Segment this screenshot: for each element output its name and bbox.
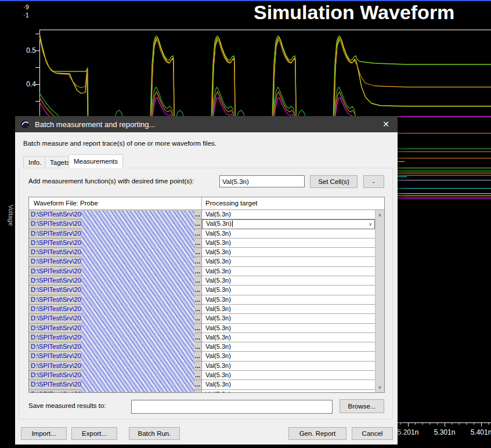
processing-target-cell[interactable]: Val(5.3n) xyxy=(202,210,375,219)
processing-target-cell[interactable]: Val(5.3n) xyxy=(202,324,375,333)
processing-target-cell[interactable]: Val(5.3n) xyxy=(202,314,375,323)
set-cells-button[interactable]: Set Cell(s) xyxy=(310,175,358,188)
low-green-trace xyxy=(39,87,356,119)
ellipsis-button[interactable]: ... xyxy=(195,314,200,323)
processing-target-cell[interactable]: Val(5.3n) xyxy=(202,390,375,392)
processing-target-cell[interactable]: Val(5.3n) xyxy=(202,333,375,342)
corner-label-1: ·9 xyxy=(23,3,29,10)
ellipsis-button[interactable]: ... xyxy=(195,295,200,304)
ellipsis-button[interactable]: ... xyxy=(195,219,200,228)
x-tick-5-401n: 5.401n xyxy=(467,428,491,436)
processing-target-cell[interactable]: Val(5.3n) xyxy=(202,248,375,257)
processing-target-editing-value: Val(5.3n) xyxy=(206,220,232,227)
dialog-title: Batch measurement and reporting... xyxy=(35,120,380,129)
ellipsis-button[interactable]: ... xyxy=(195,371,200,380)
measurement-function-input[interactable] xyxy=(219,175,305,187)
table-header: Waveform File: Probe Processing target xyxy=(29,197,384,210)
scroll-down-icon[interactable]: ∨ xyxy=(376,382,384,392)
ellipsis-button[interactable]: ... xyxy=(195,324,200,333)
tab-info[interactable]: Info. xyxy=(23,156,46,168)
column-divider[interactable] xyxy=(201,197,202,209)
y-axis-label: Voltage xyxy=(6,198,15,233)
y-tick-0-5: 0.5 xyxy=(22,46,36,55)
page-title: Simulation Waveform xyxy=(254,1,454,24)
header-processing-target: Processing target xyxy=(205,200,258,207)
processing-target-cell[interactable]: Val(5.3n) xyxy=(202,257,375,266)
redacted-path-overlay xyxy=(81,211,194,392)
processing-target-cell[interactable]: Val(5.3n) xyxy=(202,371,375,380)
x-tick-5-301n: 5.301n xyxy=(431,428,458,436)
header-waveform-file: Waveform File: Probe xyxy=(34,200,98,207)
dialog-app-icon xyxy=(20,120,30,129)
import-button[interactable]: Import... xyxy=(21,427,67,440)
ellipsis-button[interactable]: ... xyxy=(195,248,200,256)
ellipsis-button[interactable]: ... xyxy=(195,239,200,247)
export-button[interactable]: Export... xyxy=(71,427,117,440)
processing-target-cell[interactable]: Val(5.3n) xyxy=(202,352,375,361)
processing-target-cell[interactable]: Val(5.3n) xyxy=(202,229,375,239)
ellipsis-button[interactable]: ... xyxy=(195,257,200,266)
processing-target-cell[interactable]: Val(5.3n) xyxy=(202,362,375,371)
ellipsis-button[interactable]: ... xyxy=(195,305,200,313)
gen-report-button[interactable]: Gen. Report xyxy=(288,427,346,440)
measurements-table: Waveform File: Probe Processing target D… xyxy=(28,197,385,393)
dialog-titlebar[interactable]: Batch measurement and reporting... ✕ xyxy=(15,116,398,132)
minus-button[interactable]: - xyxy=(363,175,384,188)
corner-label-2: ·1 xyxy=(23,12,29,19)
batch-run-button[interactable]: Batch Run. xyxy=(129,427,180,440)
ellipsis-button[interactable]: ... xyxy=(195,352,200,360)
ellipsis-button[interactable]: ... xyxy=(195,229,200,238)
batch-measurement-dialog: Batch measurement and reporting... ✕ Bat… xyxy=(15,116,398,445)
processing-target-cell[interactable]: Val(5.3n) xyxy=(202,295,375,305)
ellipsis-button[interactable]: ... xyxy=(195,276,200,285)
ellipsis-button[interactable]: ... xyxy=(195,267,200,276)
processing-target-cell[interactable]: Val(5.3n) xyxy=(202,276,375,286)
pulse-orange-trace xyxy=(39,37,491,119)
cancel-button[interactable]: Cancel xyxy=(352,427,393,440)
measurements-tab-panel: Add measurement function(s) with desired… xyxy=(19,168,393,420)
x-tick-5-201n: 5.201n xyxy=(394,428,422,436)
add-measurement-label: Add measurement function(s) with desired… xyxy=(28,178,194,185)
browse-button[interactable]: Browse... xyxy=(340,399,384,413)
save-results-label: Save measured results to: xyxy=(28,402,106,409)
close-icon[interactable]: ✕ xyxy=(380,120,392,129)
combo-dropdown-icon[interactable]: ∨ xyxy=(369,221,372,228)
processing-target-cell[interactable]: Val(5.3n)∨ xyxy=(202,219,375,229)
processing-target-cell[interactable]: Val(5.3n) xyxy=(202,267,375,276)
y-tick-0-4: 0.4 xyxy=(22,80,36,88)
ellipsis-button[interactable]: ... xyxy=(195,390,200,392)
ellipsis-button[interactable]: ... xyxy=(195,342,200,351)
dialog-subtitle: Batch measure and report trace(s) of one… xyxy=(23,140,216,147)
processing-target-cell[interactable]: Val(5.3n) xyxy=(202,239,375,248)
ellipsis-button[interactable]: ... xyxy=(195,380,200,389)
processing-target-cell[interactable]: Val(5.3n) xyxy=(202,342,375,352)
ellipsis-button[interactable]: ... xyxy=(195,210,200,219)
text-caret xyxy=(232,221,233,227)
ellipsis-button[interactable]: ... xyxy=(195,333,200,342)
ellipsis-button[interactable]: ... xyxy=(195,362,200,370)
ellipsis-button[interactable]: ... xyxy=(195,286,200,294)
processing-target-cell[interactable]: Val(5.3n) xyxy=(202,380,375,389)
processing-target-cell[interactable]: Val(5.3n) xyxy=(202,286,375,295)
tab-measurements[interactable]: Measurements xyxy=(68,154,123,168)
processing-target-cell[interactable]: Val(5.3n) xyxy=(202,305,375,314)
scroll-up-icon[interactable]: ∧ xyxy=(376,210,384,220)
table-scrollbar[interactable]: ∧ ∨ xyxy=(375,210,384,392)
pulse-yellow-trace xyxy=(39,35,491,119)
save-results-input[interactable] xyxy=(131,400,333,414)
